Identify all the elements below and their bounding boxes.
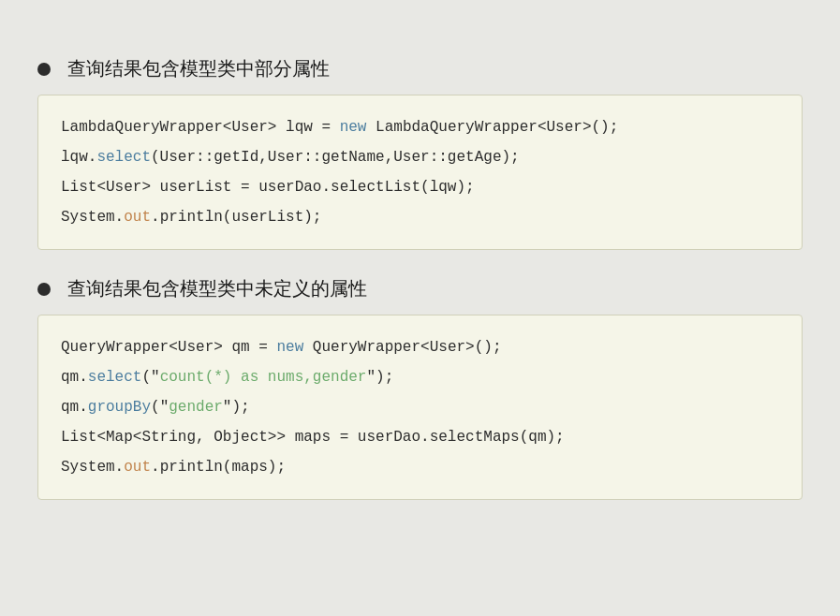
code-part: new xyxy=(276,339,303,356)
code-line-1-3: List<Map<String, Object>> maps = userDao… xyxy=(61,422,779,452)
code-part: .println(userList); xyxy=(151,209,321,226)
section-0: 查询结果包含模型类中部分属性LambdaQueryWrapper<User> l… xyxy=(37,56,803,250)
code-part: "); xyxy=(223,399,250,416)
bullet-item-0: 查询结果包含模型类中部分属性 xyxy=(37,56,803,81)
code-part: System. xyxy=(61,459,124,476)
bullet-text-1: 查询结果包含模型类中未定义的属性 xyxy=(67,276,367,301)
code-part: qm. xyxy=(61,399,88,416)
code-part: .println(maps); xyxy=(151,459,286,476)
sections-container: 查询结果包含模型类中部分属性LambdaQueryWrapper<User> l… xyxy=(37,56,803,500)
code-part: System. xyxy=(61,209,124,226)
bullet-dot xyxy=(37,63,51,76)
code-part: QueryWrapper<User>(); xyxy=(303,339,501,356)
code-part: select xyxy=(96,149,151,166)
code-part: (User::getId,User::getName,User::getAge)… xyxy=(151,149,520,166)
code-line-0-2: List<User> userList = userDao.selectList… xyxy=(61,172,779,202)
code-part: groupBy xyxy=(88,399,151,416)
code-part: count(*) as nums,gender xyxy=(160,369,367,386)
code-part: LambdaQueryWrapper<User>(); xyxy=(366,119,618,136)
code-part: (" xyxy=(151,399,169,416)
code-part: out xyxy=(124,209,151,226)
code-line-1-1: qm.select("count(*) as nums,gender"); xyxy=(61,362,779,392)
bullet-text-0: 查询结果包含模型类中部分属性 xyxy=(67,56,330,81)
bullet-dot xyxy=(37,283,51,296)
code-part: QueryWrapper<User> qm = xyxy=(61,339,276,356)
section-1: 查询结果包含模型类中未定义的属性QueryWrapper<User> qm = … xyxy=(37,276,803,500)
code-part: List<User> userList = userDao.selectList… xyxy=(61,179,475,196)
code-part: qm. xyxy=(61,369,88,386)
code-line-0-1: lqw.select(User::getId,User::getName,Use… xyxy=(61,142,779,172)
code-line-0-3: System.out.println(userList); xyxy=(61,202,779,232)
code-part: LambdaQueryWrapper<User> lqw = xyxy=(61,119,340,136)
code-block-1: QueryWrapper<User> qm = new QueryWrapper… xyxy=(37,315,803,500)
code-line-1-2: qm.groupBy("gender"); xyxy=(61,392,779,422)
code-part: "); xyxy=(366,369,393,386)
code-line-0-0: LambdaQueryWrapper<User> lqw = new Lambd… xyxy=(61,112,779,142)
code-part: new xyxy=(340,119,367,136)
code-part: List<Map<String, Object>> maps = userDao… xyxy=(61,429,565,446)
code-part: gender xyxy=(169,399,223,416)
code-part: (" xyxy=(141,369,159,386)
code-part: select xyxy=(88,369,142,386)
code-part: out xyxy=(124,459,151,476)
bullet-item-1: 查询结果包含模型类中未定义的属性 xyxy=(37,276,803,301)
code-block-0: LambdaQueryWrapper<User> lqw = new Lambd… xyxy=(37,95,803,250)
code-line-1-4: System.out.println(maps); xyxy=(61,452,779,482)
code-part: lqw. xyxy=(61,149,96,166)
code-line-1-0: QueryWrapper<User> qm = new QueryWrapper… xyxy=(61,332,779,362)
